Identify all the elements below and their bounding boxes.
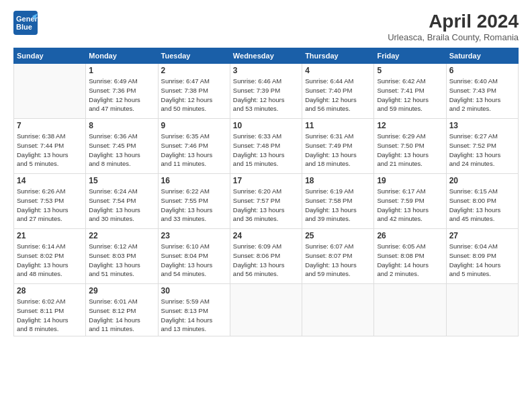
day-info: Sunrise: 6:15 AMSunset: 8:00 PMDaylight:… bbox=[449, 187, 515, 224]
header-wednesday: Wednesday bbox=[230, 48, 302, 64]
day-number: 16 bbox=[161, 176, 227, 185]
logo: General Blue bbox=[13, 11, 38, 35]
day-info: Sunrise: 6:20 AMSunset: 7:57 PMDaylight:… bbox=[233, 187, 299, 224]
table-row: 4Sunrise: 6:44 AMSunset: 7:40 PMDaylight… bbox=[302, 64, 374, 119]
day-number: 2 bbox=[161, 66, 227, 75]
calendar-table: Sunday Monday Tuesday Wednesday Thursday… bbox=[13, 48, 519, 336]
table-row: 1Sunrise: 6:49 AMSunset: 7:36 PMDaylight… bbox=[86, 64, 158, 119]
day-number: 3 bbox=[233, 66, 299, 75]
title-block: April 2024 Urleasca, Braila County, Roma… bbox=[388, 11, 519, 42]
table-row: 2Sunrise: 6:47 AMSunset: 7:38 PMDaylight… bbox=[158, 64, 230, 119]
table-row: 3Sunrise: 6:46 AMSunset: 7:39 PMDaylight… bbox=[230, 64, 302, 119]
day-info: Sunrise: 6:42 AMSunset: 7:41 PMDaylight:… bbox=[377, 77, 443, 113]
day-number: 11 bbox=[305, 121, 371, 130]
day-number: 7 bbox=[17, 121, 83, 130]
day-number: 27 bbox=[449, 231, 515, 240]
header: General Blue April 2024 Urleasca, Braila… bbox=[13, 11, 519, 42]
day-number: 6 bbox=[449, 66, 515, 75]
table-row: 12Sunrise: 6:29 AMSunset: 7:50 PMDayligh… bbox=[374, 119, 446, 174]
table-row: 11Sunrise: 6:31 AMSunset: 7:49 PMDayligh… bbox=[302, 119, 374, 174]
header-thursday: Thursday bbox=[302, 48, 374, 64]
table-row: 29Sunrise: 6:01 AMSunset: 8:12 PMDayligh… bbox=[86, 284, 158, 336]
table-row: 5Sunrise: 6:42 AMSunset: 7:41 PMDaylight… bbox=[374, 64, 446, 119]
day-number: 15 bbox=[89, 176, 154, 185]
table-row: 23Sunrise: 6:10 AMSunset: 8:04 PMDayligh… bbox=[158, 229, 230, 284]
table-row bbox=[230, 284, 302, 336]
header-friday: Friday bbox=[374, 48, 446, 64]
day-number: 22 bbox=[89, 231, 154, 240]
day-number: 18 bbox=[305, 176, 371, 185]
day-number: 20 bbox=[449, 176, 515, 185]
table-row: 17Sunrise: 6:20 AMSunset: 7:57 PMDayligh… bbox=[230, 174, 302, 229]
day-info: Sunrise: 6:40 AMSunset: 7:43 PMDaylight:… bbox=[449, 77, 515, 113]
day-number: 14 bbox=[17, 176, 83, 185]
calendar-header-row: Sunday Monday Tuesday Wednesday Thursday… bbox=[14, 48, 519, 64]
table-row: 7Sunrise: 6:38 AMSunset: 7:44 PMDaylight… bbox=[14, 119, 86, 174]
day-info: Sunrise: 6:38 AMSunset: 7:44 PMDaylight:… bbox=[17, 132, 83, 169]
day-info: Sunrise: 6:19 AMSunset: 7:58 PMDaylight:… bbox=[305, 187, 371, 224]
day-number: 28 bbox=[17, 286, 83, 295]
table-row: 21Sunrise: 6:14 AMSunset: 8:02 PMDayligh… bbox=[14, 229, 86, 284]
day-number: 19 bbox=[377, 176, 443, 185]
table-row bbox=[302, 284, 374, 336]
svg-text:Blue: Blue bbox=[16, 23, 32, 31]
day-number: 25 bbox=[305, 231, 371, 240]
day-info: Sunrise: 6:12 AMSunset: 8:03 PMDaylight:… bbox=[89, 242, 154, 279]
month-title: April 2024 bbox=[388, 11, 519, 32]
table-row: 18Sunrise: 6:19 AMSunset: 7:58 PMDayligh… bbox=[302, 174, 374, 229]
day-number: 9 bbox=[161, 121, 227, 130]
day-info: Sunrise: 6:27 AMSunset: 7:52 PMDaylight:… bbox=[449, 132, 515, 169]
table-row: 26Sunrise: 6:05 AMSunset: 8:08 PMDayligh… bbox=[374, 229, 446, 284]
day-number: 23 bbox=[161, 231, 227, 240]
day-number: 21 bbox=[17, 231, 83, 240]
table-row: 20Sunrise: 6:15 AMSunset: 8:00 PMDayligh… bbox=[446, 174, 518, 229]
table-row: 28Sunrise: 6:02 AMSunset: 8:11 PMDayligh… bbox=[14, 284, 86, 336]
day-info: Sunrise: 6:33 AMSunset: 7:48 PMDaylight:… bbox=[233, 132, 299, 169]
day-number: 12 bbox=[377, 121, 443, 130]
header-monday: Monday bbox=[86, 48, 158, 64]
table-row: 22Sunrise: 6:12 AMSunset: 8:03 PMDayligh… bbox=[86, 229, 158, 284]
day-info: Sunrise: 6:22 AMSunset: 7:55 PMDaylight:… bbox=[161, 187, 227, 224]
day-number: 24 bbox=[233, 231, 299, 240]
day-info: Sunrise: 6:46 AMSunset: 7:39 PMDaylight:… bbox=[233, 77, 299, 113]
table-row: 30Sunrise: 5:59 AMSunset: 8:13 PMDayligh… bbox=[158, 284, 230, 336]
day-info: Sunrise: 6:05 AMSunset: 8:08 PMDaylight:… bbox=[377, 242, 443, 279]
day-info: Sunrise: 6:26 AMSunset: 7:53 PMDaylight:… bbox=[17, 187, 83, 224]
page-container: General Blue April 2024 Urleasca, Braila… bbox=[0, 0, 532, 411]
day-info: Sunrise: 6:14 AMSunset: 8:02 PMDaylight:… bbox=[17, 242, 83, 279]
day-number: 5 bbox=[377, 66, 443, 75]
location: Urleasca, Braila County, Romania bbox=[388, 32, 519, 42]
header-sunday: Sunday bbox=[14, 48, 86, 64]
day-info: Sunrise: 6:17 AMSunset: 7:59 PMDaylight:… bbox=[377, 187, 443, 224]
day-info: Sunrise: 6:10 AMSunset: 8:04 PMDaylight:… bbox=[161, 242, 227, 279]
day-info: Sunrise: 6:47 AMSunset: 7:38 PMDaylight:… bbox=[161, 77, 227, 113]
table-row: 8Sunrise: 6:36 AMSunset: 7:45 PMDaylight… bbox=[86, 119, 158, 174]
table-row bbox=[14, 64, 86, 119]
table-row bbox=[446, 284, 518, 336]
day-number: 30 bbox=[161, 286, 227, 295]
day-info: Sunrise: 6:07 AMSunset: 8:07 PMDaylight:… bbox=[305, 242, 371, 279]
day-number: 10 bbox=[233, 121, 299, 130]
logo-icon: General Blue bbox=[13, 11, 38, 35]
day-number: 1 bbox=[89, 66, 154, 75]
day-number: 8 bbox=[89, 121, 154, 130]
table-row bbox=[374, 284, 446, 336]
day-info: Sunrise: 6:29 AMSunset: 7:50 PMDaylight:… bbox=[377, 132, 443, 169]
table-row: 19Sunrise: 6:17 AMSunset: 7:59 PMDayligh… bbox=[374, 174, 446, 229]
table-row: 6Sunrise: 6:40 AMSunset: 7:43 PMDaylight… bbox=[446, 64, 518, 119]
day-info: Sunrise: 6:24 AMSunset: 7:54 PMDaylight:… bbox=[89, 187, 154, 224]
day-info: Sunrise: 6:49 AMSunset: 7:36 PMDaylight:… bbox=[89, 77, 154, 113]
table-row: 24Sunrise: 6:09 AMSunset: 8:06 PMDayligh… bbox=[230, 229, 302, 284]
day-number: 26 bbox=[377, 231, 443, 240]
table-row: 16Sunrise: 6:22 AMSunset: 7:55 PMDayligh… bbox=[158, 174, 230, 229]
table-row: 13Sunrise: 6:27 AMSunset: 7:52 PMDayligh… bbox=[446, 119, 518, 174]
day-info: Sunrise: 6:02 AMSunset: 8:11 PMDaylight:… bbox=[17, 297, 83, 334]
day-number: 29 bbox=[89, 286, 154, 295]
header-saturday: Saturday bbox=[446, 48, 518, 64]
table-row: 10Sunrise: 6:33 AMSunset: 7:48 PMDayligh… bbox=[230, 119, 302, 174]
day-info: Sunrise: 6:44 AMSunset: 7:40 PMDaylight:… bbox=[305, 77, 371, 113]
day-number: 4 bbox=[305, 66, 371, 75]
day-info: Sunrise: 6:09 AMSunset: 8:06 PMDaylight:… bbox=[233, 242, 299, 279]
table-row: 27Sunrise: 6:04 AMSunset: 8:09 PMDayligh… bbox=[446, 229, 518, 284]
day-info: Sunrise: 5:59 AMSunset: 8:13 PMDaylight:… bbox=[161, 297, 227, 334]
